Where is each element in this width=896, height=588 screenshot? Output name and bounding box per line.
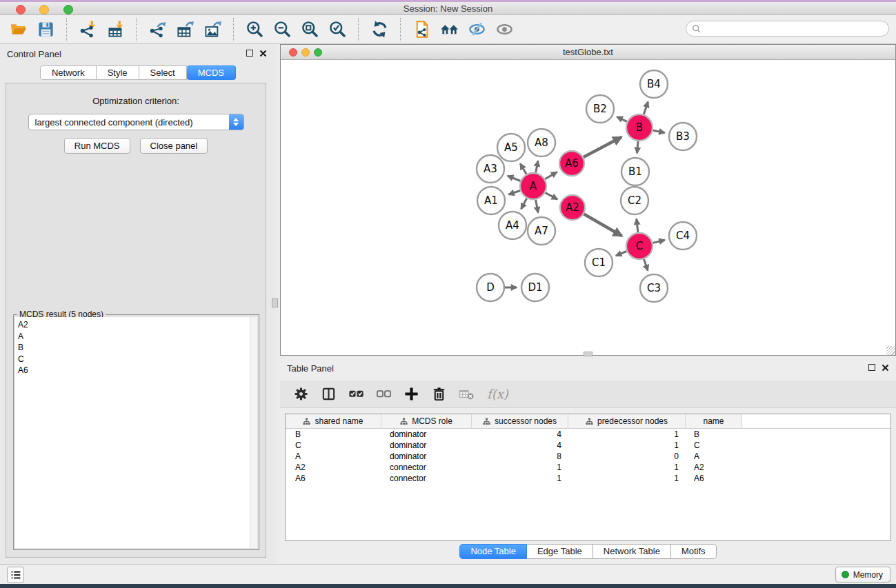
edge-C-C1[interactable]	[616, 252, 627, 256]
edge-A2-C[interactable]	[584, 214, 622, 236]
column-header-shared-name[interactable]: shared name	[286, 414, 381, 428]
tab-network-table[interactable]: Network Table	[593, 544, 671, 559]
import-network-button[interactable]	[74, 18, 101, 41]
edge-A-A6[interactable]	[545, 172, 557, 179]
edge-B-B4[interactable]	[644, 102, 648, 115]
tab-network[interactable]: Network	[40, 65, 97, 80]
vertical-scroll-thumb[interactable]	[272, 298, 278, 307]
table-row[interactable]: Adominator80A	[286, 451, 890, 462]
table-cell[interactable]: A6	[286, 473, 381, 484]
close-panel-icon[interactable]	[882, 364, 889, 372]
add-column-button[interactable]	[403, 385, 420, 403]
edge-A-A1[interactable]	[508, 191, 520, 195]
edge-A-A5[interactable]	[520, 163, 526, 174]
edge-B-B1[interactable]	[637, 141, 639, 153]
toggle-graphics-details-button[interactable]	[463, 18, 490, 41]
mcds-result-list[interactable]: A2ABCA6	[15, 317, 257, 548]
task-history-button[interactable]	[7, 567, 24, 583]
refresh-view-button[interactable]	[366, 18, 393, 41]
table-cell[interactable]: 1	[568, 462, 686, 473]
table-cell[interactable]: 4	[472, 440, 568, 451]
result-list-scrollbar[interactable]	[250, 317, 257, 548]
tab-style[interactable]: Style	[97, 65, 139, 80]
zoom-fit-button[interactable]	[296, 18, 323, 41]
tab-mcds[interactable]: MCDS	[187, 65, 236, 80]
column-header-name[interactable]: name	[686, 414, 742, 428]
zoom-selected-button[interactable]	[323, 18, 351, 41]
table-cell[interactable]: B	[286, 429, 381, 440]
table-cell[interactable]: 1	[472, 462, 568, 473]
table-settings-button[interactable]	[292, 385, 310, 403]
import-table-button[interactable]	[101, 18, 129, 41]
float-panel-icon[interactable]	[868, 364, 875, 371]
table-cell[interactable]: A2	[686, 462, 742, 473]
save-session-button[interactable]	[32, 18, 59, 41]
table-cell[interactable]: connector	[381, 462, 472, 473]
table-cell[interactable]: C	[686, 440, 742, 451]
edge-B-B3[interactable]	[653, 130, 665, 133]
column-header-successor-nodes[interactable]: successor nodes	[472, 414, 568, 428]
table-cell[interactable]: 1	[568, 440, 686, 451]
deselect-all-button[interactable]	[375, 385, 392, 403]
search-input[interactable]	[701, 23, 888, 34]
edge-C-C2[interactable]	[637, 219, 638, 232]
column-header-MCDS-role[interactable]: MCDS role	[381, 414, 472, 428]
column-header-predecessor-nodes[interactable]: predecessor nodes	[568, 414, 686, 428]
network-file-button[interactable]	[408, 18, 435, 41]
result-item[interactable]: A2	[18, 319, 257, 331]
table-cell[interactable]: 0	[568, 451, 686, 462]
open-session-button[interactable]	[4, 18, 32, 41]
result-item[interactable]: A	[18, 331, 257, 343]
result-item[interactable]: C	[18, 354, 257, 365]
export-image-button[interactable]	[199, 18, 226, 41]
network-canvas[interactable]: B4B2BB3A5A8A6A3B1AA1C2A2A4A7C4CC1C3DD1	[281, 60, 895, 355]
tab-motifs[interactable]: Motifs	[671, 544, 717, 559]
show-columns-button[interactable]	[320, 385, 337, 403]
criterion-dropdown[interactable]: largest connected component (directed)	[28, 114, 244, 130]
table-cell[interactable]: B	[686, 429, 742, 440]
result-item[interactable]: B	[18, 342, 257, 354]
edge-B-B2[interactable]	[617, 117, 627, 122]
table-cell[interactable]: dominator	[381, 451, 472, 462]
edge-C-C3[interactable]	[644, 259, 648, 271]
tab-select[interactable]: Select	[139, 65, 187, 80]
export-network-button[interactable]	[143, 18, 171, 41]
home-networks-button[interactable]	[435, 18, 463, 41]
edge-A-A8[interactable]	[536, 161, 538, 172]
network-window-titlebar[interactable]: testGlobe.txt	[281, 45, 895, 60]
table-cell[interactable]: A	[286, 451, 381, 462]
edge-A-A7[interactable]	[536, 200, 539, 213]
float-panel-icon[interactable]	[246, 50, 253, 57]
zoom-in-button[interactable]	[241, 18, 268, 41]
table-cell[interactable]: dominator	[381, 429, 472, 440]
result-item[interactable]: A6	[18, 365, 257, 376]
table-cell[interactable]: 8	[472, 451, 568, 462]
table-cell[interactable]: 1	[568, 473, 686, 484]
close-panel-button[interactable]: Close panel	[140, 138, 208, 154]
table-row[interactable]: Cdominator41C	[286, 440, 890, 451]
network-graph[interactable]: B4B2BB3A5A8A6A3B1AA1C2A2A4A7C4CC1C3DD1	[281, 60, 895, 355]
table-cell[interactable]: 4	[472, 429, 568, 440]
memory-button[interactable]: Memory	[835, 567, 890, 582]
table-row[interactable]: A6connector11A6	[286, 473, 890, 484]
edge-A-A2[interactable]	[546, 193, 558, 200]
table-cell[interactable]: connector	[381, 473, 472, 484]
edge-A-A4[interactable]	[521, 199, 527, 210]
table-cell[interactable]: A	[686, 451, 742, 462]
table-cell[interactable]: 1	[568, 429, 686, 440]
table-cell[interactable]: A2	[286, 462, 381, 473]
table-cell[interactable]: dominator	[381, 440, 472, 451]
horizontal-scroll-thumb[interactable]	[584, 352, 593, 356]
edge-A-A3[interactable]	[508, 176, 521, 181]
edge-C-C4[interactable]	[653, 240, 665, 243]
search-field[interactable]	[686, 21, 889, 37]
delete-column-button[interactable]	[430, 385, 448, 403]
table-row[interactable]: A2connector11A2	[286, 462, 890, 473]
table-cell[interactable]: C	[286, 440, 381, 451]
select-all-button[interactable]	[348, 385, 365, 403]
zoom-out-button[interactable]	[268, 18, 296, 41]
tab-edge-table[interactable]: Edge Table	[527, 544, 593, 559]
window-resize-grip[interactable]	[886, 346, 895, 355]
export-table-button[interactable]	[171, 18, 199, 41]
close-panel-icon[interactable]	[259, 50, 267, 57]
